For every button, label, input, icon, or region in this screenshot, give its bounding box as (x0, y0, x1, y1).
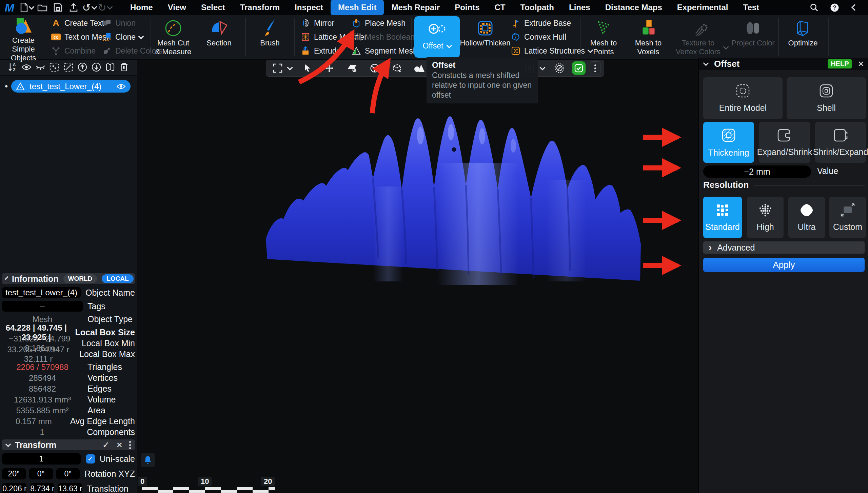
menu-distance-maps[interactable]: Distance Maps (598, 0, 670, 15)
menu-test[interactable]: Test (736, 0, 767, 15)
entire-model-option[interactable]: Entire Model (703, 77, 783, 119)
ribbon-optimize[interactable]: Optimize (784, 17, 822, 57)
transform-header[interactable]: Transform ✓ × (2, 439, 135, 450)
new-file-button[interactable] (19, 0, 35, 15)
visibility-eye-icon[interactable] (116, 83, 126, 90)
uniscale-checkbox[interactable]: ✓ (86, 454, 95, 464)
deselect-all-icon[interactable] (63, 61, 74, 73)
toolbar-menu-button[interactable] (589, 60, 601, 76)
menu-home[interactable]: Home (123, 0, 160, 15)
local-toggle[interactable]: LOCAL (102, 274, 133, 283)
menu-points[interactable]: Points (447, 0, 487, 15)
transform-menu-icon[interactable] (129, 441, 131, 449)
scale-field[interactable]: 1 (2, 453, 81, 465)
export-button[interactable] (66, 0, 81, 15)
help-badge[interactable]: HELP (828, 59, 852, 68)
shell-option[interactable]: Shell (787, 77, 866, 119)
menu-ct[interactable]: CT (487, 0, 513, 15)
ribbon-place-mesh[interactable]: Place Mesh (351, 17, 406, 29)
thickening-option[interactable]: Thickening (703, 122, 754, 163)
ribbon-section[interactable]: Section (203, 17, 235, 57)
ribbon-lattice-structures[interactable]: Lattice Structures (511, 45, 592, 57)
ribbon-hollow-thicken[interactable]: Hollow/Thicken (463, 17, 507, 57)
ribbon-union[interactable]: Union (102, 17, 136, 29)
ribbon-offset-button[interactable]: Offset (414, 16, 460, 58)
rotation-x-field[interactable]: 20° (2, 468, 26, 479)
ribbon-mirror[interactable]: Mirror (300, 17, 334, 29)
clip-plane-button[interactable] (345, 60, 360, 76)
hide-all-icon[interactable] (35, 61, 46, 73)
chevron-down-icon[interactable] (703, 60, 709, 66)
resolution-custom-option[interactable]: Custom (829, 197, 866, 238)
menu-inspect[interactable]: Inspect (287, 0, 331, 15)
ribbon-clone[interactable]: Clone (102, 31, 143, 43)
translation-z-field[interactable]: −13.63 m (58, 483, 82, 493)
search-button[interactable] (806, 0, 822, 15)
rename-icon[interactable] (104, 61, 116, 73)
select-all-icon[interactable] (48, 61, 60, 73)
collapse-panel-button[interactable] (847, 0, 863, 15)
apply-transform-icon[interactable]: ✓ (102, 440, 110, 450)
menu-view[interactable]: View (160, 0, 194, 15)
ribbon-create-text[interactable]: A Create Text (51, 17, 104, 29)
open-file-button[interactable] (35, 0, 50, 15)
object-name-field[interactable]: test_test_Lower_(4) (2, 287, 81, 298)
ribbon-mesh-to-points[interactable]: Mesh to Points (584, 17, 623, 57)
tags-field[interactable]: – (2, 301, 83, 312)
app-logo-icon[interactable]: M (0, 0, 19, 15)
ribbon-convex-hull[interactable]: Convex Hull (511, 31, 566, 43)
cancel-transform-icon[interactable]: × (116, 439, 122, 451)
menu-lines[interactable]: Lines (561, 0, 598, 15)
translation-x-field[interactable]: −0.206 m (2, 483, 26, 493)
rotation-z-field[interactable]: 0° (56, 468, 80, 479)
deform-box-button[interactable] (390, 60, 405, 76)
ribbon-project-color[interactable]: Project Color (731, 17, 775, 57)
undo-button[interactable]: ↺ (81, 0, 97, 15)
shrink-expand-option[interactable]: Shrink/Expand (815, 122, 866, 163)
translation-y-field[interactable]: −8.734 m (30, 483, 54, 493)
ribbon-create-simple-objects[interactable]: Create Simple Objects (3, 17, 43, 57)
menu-toolpath[interactable]: Toolpath (513, 0, 561, 15)
apply-button[interactable]: Apply (703, 258, 865, 272)
select-cursor-button[interactable] (300, 60, 315, 76)
deselect-dropdown[interactable] (538, 60, 547, 76)
show-all-icon[interactable] (21, 61, 32, 73)
ribbon-combine[interactable]: Combine (51, 45, 96, 57)
resolution-standard-option[interactable]: Standard (703, 197, 742, 238)
ribbon-mesh-to-voxels[interactable]: Mesh to Voxels (628, 17, 669, 57)
offset-value-field[interactable]: −2 mm (703, 165, 811, 178)
primitives-button[interactable] (412, 60, 427, 76)
rotation-y-field[interactable]: 0° (29, 468, 53, 479)
resolution-ultra-option[interactable]: Ultra (788, 197, 825, 238)
ribbon-segment-mesh[interactable]: Segment Mesh (351, 45, 417, 57)
expand-shrink-option[interactable]: Expand/Shrink (759, 122, 810, 163)
ribbon-brush[interactable]: Brush (254, 17, 286, 57)
delete-icon[interactable] (118, 61, 130, 73)
fit-view-dropdown[interactable] (285, 60, 295, 76)
move-tool-button[interactable] (322, 60, 337, 76)
menu-transform[interactable]: Transform (233, 0, 287, 15)
redo-button[interactable]: ↻ (97, 0, 113, 15)
3d-model-dental-mesh[interactable] (261, 112, 658, 288)
menu-select[interactable]: Select (194, 0, 233, 15)
resolution-high-option[interactable]: High (747, 197, 784, 238)
fit-view-button[interactable] (270, 60, 285, 76)
object-list-item[interactable]: test_test_Lower_(4) (11, 80, 131, 93)
close-panel-button[interactable]: × (858, 58, 864, 70)
ribbon-texture-to-vertex-colors[interactable]: Texture to Vertex Colors (675, 17, 728, 57)
no-selection-button[interactable] (552, 60, 567, 76)
sort-az-icon[interactable]: AZ (7, 61, 18, 73)
move-down-icon[interactable] (91, 61, 102, 73)
information-header[interactable]: Information WORLD LOCAL (2, 273, 135, 284)
ribbon-extrude-base[interactable]: Extrude Base (511, 17, 571, 29)
menu-experimental[interactable]: Experimental (670, 0, 736, 15)
world-toggle[interactable]: WORLD (63, 274, 97, 283)
ribbon-mesh-cut-measure[interactable]: Mesh Cut & Measure (154, 17, 192, 57)
confirm-button[interactable] (572, 60, 586, 76)
menu-mesh-repair[interactable]: Mesh Repair (384, 0, 447, 15)
move-up-icon[interactable] (77, 61, 88, 73)
menu-mesh-edit[interactable]: Mesh Edit (331, 0, 384, 15)
orbit-wheel-button[interactable] (367, 60, 382, 76)
ribbon-delete-colors[interactable]: Delete Colors (102, 45, 162, 57)
help-button[interactable]: ? (827, 0, 842, 15)
